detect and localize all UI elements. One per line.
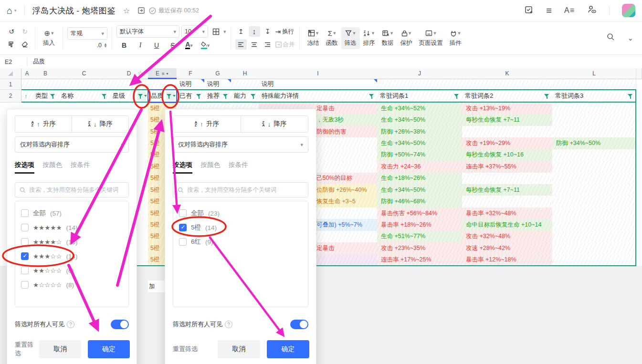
column-header-C[interactable]: C (58, 68, 110, 79)
checkbox-checked[interactable] (21, 252, 29, 260)
cell-L7[interactable] (552, 149, 636, 161)
halign-center-button[interactable] (249, 39, 260, 50)
cell-L3[interactable] (552, 103, 636, 114)
filter-funnel-icon[interactable] (627, 93, 633, 99)
cell-J11[interactable]: 防御 +46%~68% (377, 196, 463, 208)
avatar[interactable] (622, 4, 635, 17)
filter-funnel-icon[interactable] (368, 93, 375, 99)
checkbox[interactable] (21, 224, 29, 231)
visible-toggle[interactable] (290, 320, 308, 329)
filter-option-全部[interactable]: 全部(23) (179, 206, 302, 220)
cell-J9[interactable]: 生命 +18%~26% (377, 173, 463, 185)
cell-J14[interactable]: 生命 +51%~77% (377, 231, 463, 243)
filter-header-常驻词条1[interactable]: 常驻词条1 (377, 90, 463, 103)
share-icon[interactable] (137, 7, 145, 14)
cell-E1[interactable] (148, 79, 177, 90)
cell-J12[interactable]: 暴击伤害 +56%~84% (377, 208, 463, 219)
row-header-1[interactable]: 1 (0, 79, 21, 90)
cell-K6[interactable]: 攻击 +19%~29% (462, 137, 553, 149)
borders-button[interactable] (210, 26, 221, 37)
cell-J1[interactable] (377, 79, 463, 90)
checkbox-checked[interactable] (179, 224, 187, 231)
page-setup-button[interactable]: ▾ 页面设置 (416, 27, 446, 49)
protect-button[interactable]: ▾ 保护 (397, 27, 416, 49)
cell-J16[interactable]: 连击率 +17%~25% (377, 254, 463, 266)
column-header-B[interactable]: B (32, 68, 59, 79)
cell-J3[interactable]: 生命 +34%~52% (377, 103, 463, 114)
tab-by-condition[interactable]: 按条件 (229, 161, 248, 174)
column-header-G[interactable]: G (204, 68, 232, 79)
underline-button[interactable]: U (151, 40, 162, 51)
sort-ascending-button[interactable]: AZ↑ 升序 (15, 116, 72, 132)
sort-ascending-button[interactable]: AZ↑ 升序 (173, 116, 241, 132)
eraser-button[interactable] (19, 39, 31, 50)
valign-bottom-button[interactable]: ↧ (262, 26, 274, 37)
cell-J7[interactable]: 防御 +50%~74% (377, 149, 463, 161)
filter-option-5橙[interactable]: 5橙(14) (179, 220, 302, 235)
cell-J13[interactable]: 暴击率 +18%~26% (377, 219, 463, 231)
favorite-star-icon[interactable]: ☆ (123, 6, 130, 15)
italic-button[interactable]: I (135, 40, 146, 51)
filter-funnel-icon[interactable] (101, 93, 107, 99)
font-color-button[interactable]: A▾ (183, 40, 195, 51)
wrap-text-button[interactable]: ⇥换行 (275, 26, 295, 37)
cell-J8[interactable]: 攻击力 +24~36 (377, 161, 463, 173)
column-header-H[interactable]: H (231, 68, 259, 79)
halign-left-button[interactable] (235, 39, 247, 50)
cell-A1[interactable] (21, 79, 33, 90)
number-format-select[interactable]: 常规▾ (67, 27, 107, 40)
column-header-F[interactable]: F (177, 68, 205, 79)
filter-funnel-icon[interactable] (222, 93, 229, 99)
function-button[interactable]: Σ▾ 函数 (323, 27, 341, 49)
filter-header-名称[interactable]: 名称 (58, 90, 110, 103)
cell-K7[interactable]: 每秒生命恢复 +10~16 (462, 149, 553, 161)
cell-L12[interactable] (552, 208, 636, 219)
cell-L15[interactable] (552, 242, 636, 254)
cell-J15[interactable]: 攻击 +23%~35% (377, 242, 463, 254)
filter-option-★★★★★[interactable]: ★★★★★(14) (21, 220, 123, 235)
reset-filter-link[interactable]: 重置筛选 (173, 345, 198, 354)
insert-button[interactable]: ⊕▾ 插入 (40, 27, 58, 49)
presence-icon[interactable] (587, 5, 597, 16)
cell-L9[interactable] (552, 173, 636, 185)
font-family-select[interactable]: 默认字体▾ (116, 25, 179, 38)
cell-I1[interactable]: 说明 (259, 79, 378, 90)
column-header-J[interactable]: J (377, 68, 463, 79)
reset-filter-link[interactable]: 重置筛选 (15, 341, 39, 358)
filter-funnel-icon[interactable] (50, 93, 56, 99)
cell-G1[interactable]: 说明 (204, 79, 232, 90)
bold-button[interactable]: B (118, 40, 130, 51)
home-button[interactable]: ⌂ ▾ (7, 5, 17, 16)
confirm-button[interactable]: 确定 (88, 340, 130, 358)
cell-L5[interactable] (552, 126, 636, 138)
cell-K10[interactable]: 每秒生命恢复 +7~11 (462, 184, 553, 196)
filter-funnel-icon[interactable] (544, 93, 550, 99)
cell-K5[interactable] (462, 126, 553, 138)
fill-color-button[interactable]: ▾ (200, 40, 211, 51)
filter-funnel-icon[interactable] (196, 93, 202, 99)
sort-descending-button[interactable]: ZA↓ 降序 (72, 116, 128, 132)
column-header-K[interactable]: K (462, 68, 553, 79)
checkbox[interactable] (21, 238, 29, 246)
cell-L4[interactable] (552, 114, 636, 126)
cell-L1[interactable] (552, 79, 636, 90)
search-icon[interactable] (607, 33, 615, 43)
checkbox[interactable] (179, 238, 187, 246)
cell-D1[interactable] (110, 79, 148, 90)
help-icon[interactable]: ? (67, 321, 74, 328)
confirm-button[interactable]: 确定 (267, 340, 309, 358)
cell-K14[interactable]: 攻击 +32%~48% (462, 231, 553, 243)
tab-by-condition[interactable]: 按条件 (71, 161, 90, 174)
cell-K3[interactable]: 攻击 +13%~19% (462, 103, 553, 114)
formula-input[interactable]: 品质 (33, 58, 45, 66)
tab-by-option[interactable]: 按选项 (173, 161, 192, 174)
tab-by-color[interactable]: 按颜色 (201, 161, 221, 174)
cell-J5[interactable]: 防御 +26%~38% (377, 126, 463, 138)
collapse-toolbar-icon[interactable]: ⌄ (627, 34, 633, 42)
format-painter-button[interactable] (6, 39, 17, 50)
floating-star-icon[interactable]: ☆ (137, 70, 145, 77)
halign-right-button[interactable] (262, 39, 274, 50)
checkbox[interactable] (21, 267, 29, 274)
name-box[interactable]: E2 (0, 59, 27, 65)
visible-toggle[interactable] (111, 320, 129, 329)
